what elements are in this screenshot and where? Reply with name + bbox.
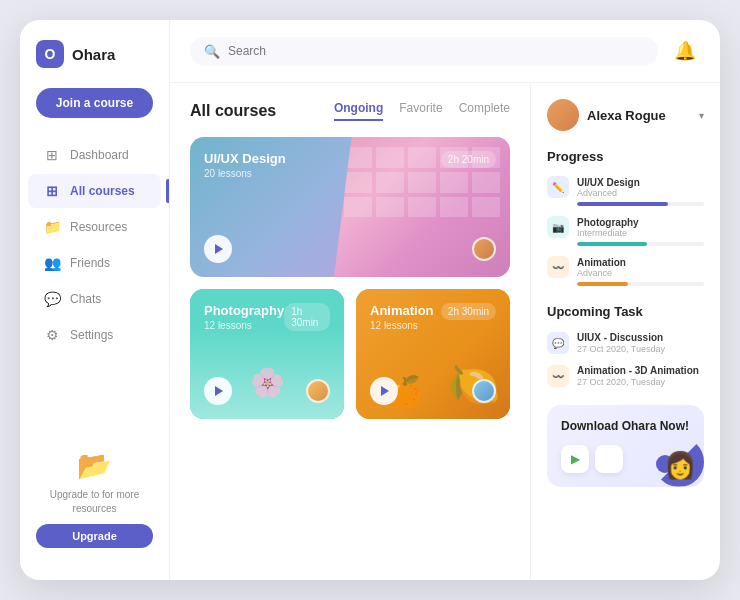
- search-box[interactable]: 🔍: [190, 37, 658, 66]
- photo-info: Photography 12 lessons: [204, 303, 284, 331]
- sidebar: O Ohara Join a course ⊞ Dashboard ⊞ All …: [20, 20, 170, 580]
- play-triangle-anim-icon: [381, 386, 389, 396]
- uiux-progress-bar-fill: [577, 202, 668, 206]
- chevron-down-icon: ▾: [699, 110, 704, 121]
- upcoming-uiux-info: UIUX - Discussion 27 Oct 2020, Tuesday: [577, 331, 665, 354]
- right-panel: Alexa Rogue ▾ Progress ✏️ UI/UX Design A…: [530, 83, 720, 580]
- search-icon: 🔍: [204, 44, 220, 59]
- tab-ongoing[interactable]: Ongoing: [334, 101, 383, 121]
- card-top-anim: Animation 12 lessons 2h 30min: [370, 303, 496, 331]
- sidebar-item-resources[interactable]: 📁 Resources: [28, 210, 161, 244]
- photo-progress-info: Photography Intermediate: [577, 217, 704, 238]
- photo-instructor-avatar: [306, 379, 330, 403]
- card-top-photo: Photography 12 lessons 1h 30min: [204, 303, 330, 331]
- photo-lessons: 12 lessons: [204, 320, 284, 331]
- anim-progress-level: Advance: [577, 268, 704, 278]
- user-name: Alexa Rogue: [587, 108, 691, 123]
- photo-progress-bar-track: [577, 242, 704, 246]
- photo-progress-level: Intermediate: [577, 228, 704, 238]
- tab-favorite[interactable]: Favorite: [399, 101, 442, 121]
- progress-item-anim: 〰️ Animation Advance: [547, 256, 704, 286]
- anim-progress-icon: 〰️: [547, 256, 569, 278]
- upcoming-anim-info: Animation - 3D Animation 27 Oct 2020, Tu…: [577, 364, 699, 387]
- course-card-photography[interactable]: 🌸 Photography 12 lessons 1h 30min: [190, 289, 344, 419]
- courses-icon: ⊞: [44, 183, 60, 199]
- progress-section-title: Progress: [547, 149, 704, 164]
- sidebar-item-all-courses[interactable]: ⊞ All courses: [28, 174, 161, 208]
- app-name: Ohara: [72, 46, 115, 63]
- sidebar-item-chats-label: Chats: [70, 292, 101, 306]
- anim-title: Animation: [370, 303, 434, 318]
- anim-duration: 2h 30min: [441, 303, 496, 320]
- join-course-button[interactable]: Join a course: [36, 88, 153, 118]
- uiux-play-button[interactable]: [204, 235, 232, 263]
- upgrade-folder-icon: 📂: [77, 449, 112, 482]
- search-input[interactable]: [228, 44, 644, 58]
- google-play-button[interactable]: ▶: [561, 445, 589, 473]
- anim-progress-bar-track: [577, 282, 704, 286]
- photo-play-button[interactable]: [204, 377, 232, 405]
- upcoming-uiux-icon: 💬: [547, 332, 569, 354]
- uiux-instructor-avatar: [472, 237, 496, 261]
- card-content-anim: Animation 12 lessons 2h 30min: [356, 289, 510, 419]
- card-bottom-anim: [370, 377, 496, 405]
- logo-icon: O: [36, 40, 64, 68]
- course-card-animation[interactable]: 🍋 🍊 Animation 12 lessons 2h 30min: [356, 289, 510, 419]
- sidebar-item-friends-label: Friends: [70, 256, 110, 270]
- sidebar-item-courses-label: All courses: [70, 184, 135, 198]
- photo-progress-icon: 📷: [547, 216, 569, 238]
- chats-icon: 💬: [44, 291, 60, 307]
- card-content-uiux: UI/UX Design 20 lessons 2h 20min: [190, 137, 510, 277]
- courses-area: All courses Ongoing Favorite Complete: [170, 83, 530, 580]
- app-container: O Ohara Join a course ⊞ Dashboard ⊞ All …: [0, 0, 740, 600]
- upcoming-anim-icon: 〰️: [547, 365, 569, 387]
- card-content-photo: Photography 12 lessons 1h 30min: [190, 289, 344, 419]
- resources-icon: 📁: [44, 219, 60, 235]
- uiux-progress-info: UI/UX Design Advanced: [577, 177, 704, 198]
- card-top-uiux: UI/UX Design 20 lessons 2h 20min: [204, 151, 496, 179]
- progress-item-photo-header: 📷 Photography Intermediate: [547, 216, 704, 238]
- sidebar-item-settings-label: Settings: [70, 328, 113, 342]
- sidebar-item-chats[interactable]: 💬 Chats: [28, 282, 161, 316]
- sidebar-item-friends[interactable]: 👥 Friends: [28, 246, 161, 280]
- uiux-progress-level: Advanced: [577, 188, 704, 198]
- course-card-uiux[interactable]: UI/UX Design 20 lessons 2h 20min: [190, 137, 510, 277]
- progress-item-uiux-header: ✏️ UI/UX Design Advanced: [547, 176, 704, 198]
- girl-figure-decoration: 👩: [664, 450, 696, 481]
- play-triangle-photo-icon: [215, 386, 223, 396]
- photo-progress-name: Photography: [577, 217, 704, 228]
- google-play-icon: ▶: [571, 452, 580, 466]
- download-card: Download Ohara Now! ▶ 👩: [547, 405, 704, 487]
- anim-play-button[interactable]: [370, 377, 398, 405]
- anim-progress-bar-fill: [577, 282, 628, 286]
- uiux-title: UI/UX Design: [204, 151, 286, 166]
- sidebar-item-dashboard[interactable]: ⊞ Dashboard: [28, 138, 161, 172]
- uiux-progress-icon: ✏️: [547, 176, 569, 198]
- apple-store-button[interactable]: [595, 445, 623, 473]
- card-bottom-photo: [204, 377, 330, 405]
- sidebar-logo: O Ohara: [20, 40, 169, 88]
- progress-item-photo: 📷 Photography Intermediate: [547, 216, 704, 246]
- play-triangle-icon: [215, 244, 223, 254]
- upgrade-button[interactable]: Upgrade: [36, 524, 153, 548]
- sidebar-item-dashboard-label: Dashboard: [70, 148, 129, 162]
- sidebar-item-settings[interactable]: ⚙ Settings: [28, 318, 161, 352]
- upcoming-anim-name: Animation - 3D Animation: [577, 364, 699, 377]
- photo-title: Photography: [204, 303, 284, 318]
- user-avatar: [547, 99, 579, 131]
- upcoming-item-anim: 〰️ Animation - 3D Animation 27 Oct 2020,…: [547, 364, 704, 387]
- tab-complete[interactable]: Complete: [459, 101, 510, 121]
- uiux-progress-name: UI/UX Design: [577, 177, 704, 188]
- progress-item-uiux: ✏️ UI/UX Design Advanced: [547, 176, 704, 206]
- photo-progress-bar-fill: [577, 242, 647, 246]
- notification-bell-icon[interactable]: 🔔: [670, 36, 700, 66]
- uiux-progress-bar-track: [577, 202, 704, 206]
- anim-lessons: 12 lessons: [370, 320, 434, 331]
- progress-items: ✏️ UI/UX Design Advanced: [547, 176, 704, 286]
- courses-header: All courses Ongoing Favorite Complete: [190, 101, 510, 121]
- anim-instructor-avatar: [472, 379, 496, 403]
- uiux-info: UI/UX Design 20 lessons: [204, 151, 286, 179]
- main-card: O Ohara Join a course ⊞ Dashboard ⊞ All …: [20, 20, 720, 580]
- user-row[interactable]: Alexa Rogue ▾: [547, 99, 704, 131]
- main-content: 🔍 🔔 All courses Ongoing Favorite Complet…: [170, 20, 720, 580]
